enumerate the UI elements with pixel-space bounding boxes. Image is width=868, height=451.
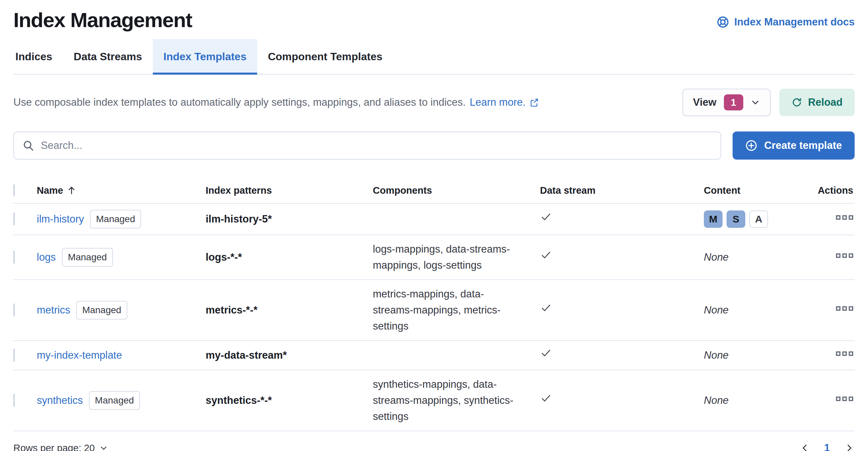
previous-page-button[interactable] [800,443,809,451]
components-cell: logs-mappings, data-streams-mappings, lo… [373,235,540,279]
column-header-data-stream: Data stream [540,178,704,203]
page-number-1[interactable]: 1 [824,442,830,451]
actions-cell [836,243,855,271]
help-life-ring-icon [717,16,729,28]
table-row: synthetics Managed synthetics-*-* synthe… [13,370,855,430]
sort-ascending-icon [66,185,76,196]
index-patterns-cell: logs-*-* [206,243,373,271]
header-checkbox-cell [13,178,37,203]
pagination: 1 [800,442,855,451]
check-icon [540,392,552,404]
index-management-page: Index Management Index Management docs I… [0,0,868,451]
tab-index-templates[interactable]: Index Templates [153,39,257,74]
content-cell: None [704,386,817,415]
column-label: Actions [818,185,853,196]
data-stream-cell [540,386,704,415]
index-patterns-cell: synthetics-*-* [206,386,373,415]
managed-badge: Managed [76,301,127,320]
view-count-badge: 1 [724,94,743,111]
column-label: Data stream [540,185,595,196]
tab-data-streams[interactable]: Data Streams [63,39,153,74]
reload-button[interactable]: Reload [779,89,855,116]
external-link-icon [530,98,539,107]
tab-bar: Indices Data Streams Index Templates Com… [13,39,855,74]
column-header-index-patterns: Index patterns [206,178,373,203]
name-cell: metrics Managed [37,295,206,326]
controls-row: Create template [13,131,855,159]
refresh-icon [792,97,802,108]
description-row: Use composable index templates to automa… [13,89,855,116]
managed-badge: Managed [62,248,113,267]
row-actions-button[interactable] [836,250,853,261]
tab-component-templates[interactable]: Component Templates [257,39,393,74]
row-checkbox[interactable] [13,394,15,407]
column-header-actions: Actions [818,178,855,203]
components-cell [373,213,540,225]
template-name-link[interactable]: ilm-history [37,211,84,227]
template-name-link[interactable]: metrics [37,302,70,318]
reload-button-label: Reload [808,96,843,109]
chevron-down-icon [99,444,108,451]
name-cell: synthetics Managed [37,385,206,416]
data-stream-cell [540,341,704,370]
table-footer: Rows per page: 20 1 [13,437,855,451]
tab-indices[interactable]: Indices [13,39,63,74]
row-actions-button[interactable] [836,394,853,404]
plus-circle-icon [745,140,757,152]
index-patterns-cell: ilm-history-5* [206,205,373,233]
row-actions-button[interactable] [836,349,853,359]
row-checkbox-cell [13,386,37,415]
column-header-components: Components [373,178,540,203]
data-stream-cell [540,243,704,272]
components-cell [373,349,540,361]
column-label: Index patterns [206,185,272,196]
view-filter-button[interactable]: View 1 [682,89,771,116]
template-name-link[interactable]: logs [37,249,56,265]
page-header: Index Management Index Management docs [13,8,855,32]
actions-cell [836,341,855,369]
template-name-link[interactable]: my-index-template [37,347,122,363]
data-stream-cell [540,296,704,325]
name-cell: my-index-template [37,341,206,369]
actions-cell [836,386,855,415]
table-header-row: Name Index patterns Components Data stre… [13,178,855,203]
search-box[interactable] [13,131,721,159]
search-input[interactable] [41,140,712,152]
managed-badge: Managed [89,391,140,410]
docs-link[interactable]: Index Management docs [717,16,855,28]
table-row: logs Managed logs-*-* logs-mappings, dat… [13,235,855,279]
templates-table: Name Index patterns Components Data stre… [13,178,855,431]
search-icon [23,140,34,151]
template-name-link[interactable]: synthetics [37,392,83,409]
index-patterns-cell: metrics-*-* [206,296,373,324]
row-actions-button[interactable] [836,303,853,313]
table-row: my-index-template my-data-stream* None [13,340,855,370]
row-checkbox[interactable] [13,250,15,264]
row-checkbox-cell [13,205,37,233]
next-page-button[interactable] [845,443,855,451]
content-cell: None [704,296,817,324]
row-checkbox[interactable] [13,349,15,362]
learn-more-link[interactable]: Learn more. [470,96,526,109]
description-body: Use composable index templates to automa… [13,96,466,109]
create-template-button[interactable]: Create template [733,131,855,159]
tab-label: Index Templates [163,51,246,63]
rows-per-page-button[interactable]: Rows per page: 20 [13,443,108,451]
column-header-name[interactable]: Name [37,178,206,203]
content-cell: None [704,243,817,271]
docs-link-label: Index Management docs [734,16,855,28]
view-button-label: View [693,96,716,109]
row-actions-button[interactable] [836,212,853,222]
table-row: ilm-history Managed ilm-history-5* M S A [13,203,855,235]
column-header-content: Content [704,178,817,203]
name-cell: ilm-history Managed [37,204,206,235]
row-checkbox[interactable] [13,212,15,226]
create-template-label: Create template [764,140,842,152]
row-checkbox[interactable] [13,303,15,317]
select-all-checkbox[interactable] [13,184,15,197]
components-cell: synthetics-mappings, data-streams-mappin… [373,370,540,430]
chevron-down-icon [751,98,760,107]
check-icon [540,249,552,261]
row-checkbox-cell [13,296,37,324]
column-label: Name [37,182,63,199]
